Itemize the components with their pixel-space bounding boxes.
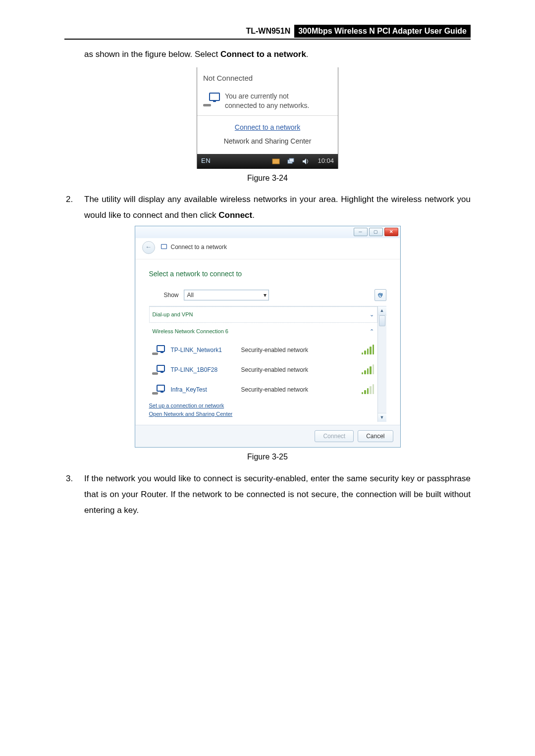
tray-volume-icon[interactable] (302, 157, 310, 165)
tray-app-icon[interactable] (272, 157, 280, 165)
sharing-center-link[interactable]: Network and Sharing Center (224, 137, 312, 145)
dialog-icon (159, 244, 167, 251)
maximize-button[interactable]: ▢ (369, 228, 383, 236)
step-number: 3. (66, 471, 78, 519)
chevron-down-icon: ⌄ (370, 309, 374, 320)
close-button[interactable]: ✕ (384, 228, 398, 236)
tray-network-icon[interactable] (287, 157, 295, 165)
network-row[interactable]: Infra_KeyTest Security-enabled network (149, 380, 377, 400)
network-icon (152, 345, 165, 356)
svg-rect-2 (289, 158, 294, 162)
network-desc: Security-enabled network (241, 345, 308, 356)
figure-25-caption: Figure 3-25 (64, 450, 471, 464)
network-row[interactable]: TP-LINK_1B0F28 Security-enabled network (149, 360, 377, 380)
svg-rect-0 (272, 159, 279, 164)
scroll-up-icon[interactable]: ▲ (378, 306, 386, 315)
step-3-text: If the network you would like to connect… (84, 471, 471, 519)
cancel-button[interactable]: Cancel (358, 430, 393, 442)
network-row[interactable]: TP-LINK_Network1 Security-enabled networ… (149, 340, 377, 360)
scrollbar[interactable]: ▲ ▼ (377, 306, 386, 422)
minimize-button[interactable]: ─ (354, 228, 368, 236)
lang-indicator[interactable]: EN (201, 155, 211, 167)
refresh-button[interactable] (374, 289, 386, 301)
network-name: Infra_KeyTest (171, 384, 235, 396)
network-icon (203, 93, 220, 107)
network-name: TP-LINK_Network1 (171, 345, 235, 356)
signal-bars-icon (362, 346, 374, 354)
refresh-icon (377, 292, 383, 299)
connect-network-dialog: ─ ▢ ✕ ← Connect to a network Select a ne… (135, 226, 401, 448)
dialog-heading: Select a network to connect to (149, 267, 386, 281)
taskbar-clock[interactable]: 10:04 (318, 155, 334, 167)
svg-marker-3 (303, 158, 306, 164)
setup-connection-link[interactable]: Set up a connection or network (149, 402, 377, 410)
taskbar: EN 10:04 (197, 154, 338, 169)
network-desc: Security-enabled network (241, 364, 308, 376)
group-wireless[interactable]: Wireless Network Connection 6 ⌃ (149, 323, 377, 340)
connect-button[interactable]: Connect (315, 430, 354, 442)
signal-bars-icon (362, 365, 374, 374)
scroll-down-icon[interactable]: ▼ (378, 413, 386, 422)
step-2-text: The utility will display any available w… (84, 192, 471, 224)
network-desc: Security-enabled network (241, 384, 308, 396)
network-name: TP-LINK_1B0F28 (171, 364, 235, 376)
signal-bars-icon (362, 385, 374, 394)
step-number: 2. (66, 192, 78, 224)
page-header: TL-WN951N300Mbps Wireless N PCI Adapter … (64, 25, 471, 40)
open-sharing-center-link[interactable]: Open Network and Sharing Center (149, 410, 377, 418)
dialog-breadcrumb: Connect to a network (171, 242, 227, 253)
connect-network-link[interactable]: Connect to a network (203, 121, 332, 134)
scroll-thumb[interactable] (379, 315, 385, 326)
product-model: TL-WN951N (242, 25, 294, 38)
show-dropdown[interactable]: All ▾ (184, 290, 269, 301)
chevron-up-icon: ⌃ (370, 326, 374, 337)
network-icon (152, 365, 165, 376)
chevron-down-icon: ▾ (264, 290, 267, 301)
intro-paragraph: as shown in the figure below. Select Con… (84, 47, 471, 62)
network-icon (152, 385, 165, 396)
tray-popup: Not Connected You are currently not conn… (197, 67, 338, 168)
show-label: Show (164, 290, 179, 301)
group-dialup-vpn[interactable]: Dial-up and VPN ⌄ (149, 306, 377, 323)
figure-24-caption: Figure 3-24 (64, 171, 471, 186)
guide-title: 300Mbps Wireless N PCI Adapter User Guid… (294, 25, 471, 38)
back-button[interactable]: ← (142, 241, 155, 254)
popup-message: You are currently not connected to any n… (225, 92, 309, 110)
popup-title: Not Connected (197, 67, 338, 89)
window-titlebar: ─ ▢ ✕ (135, 226, 400, 238)
